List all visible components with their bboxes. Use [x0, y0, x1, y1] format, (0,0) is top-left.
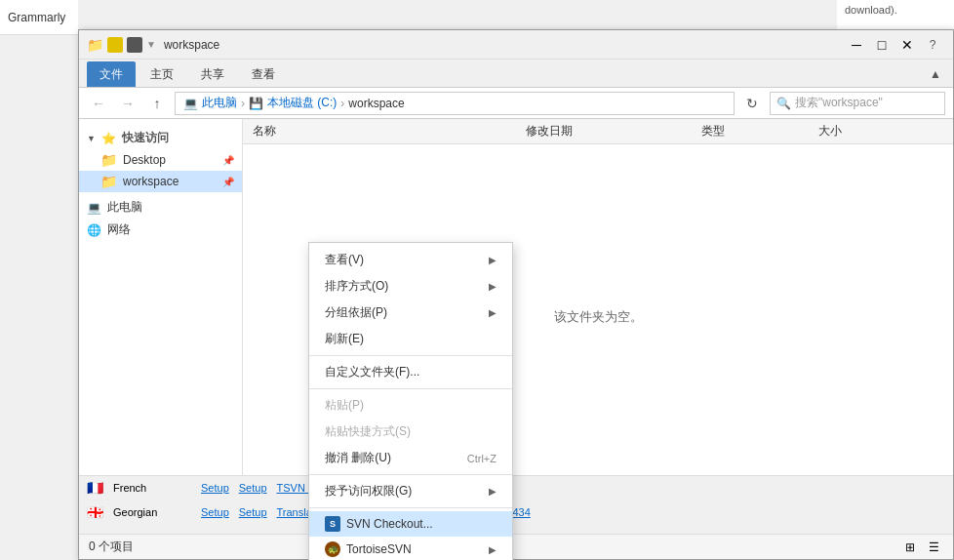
up-button[interactable]: ↑: [145, 92, 169, 115]
path-disk: 本地磁盘 (C:): [267, 95, 337, 111]
workspace-folder-icon: 📁: [100, 174, 117, 189]
col-header-size[interactable]: 大小: [818, 123, 943, 140]
language-french: French: [113, 482, 191, 494]
help-button[interactable]: ?: [920, 32, 945, 58]
main-area: ▼ ⭐ 快速访问 📁 Desktop 📌 📁 workspace 📌: [79, 119, 953, 490]
ribbon: 文件 主页 共享 查看 ▲: [79, 60, 953, 88]
desktop-folder-icon: 📁: [100, 152, 117, 168]
sidebar-quick-access: ▼ ⭐ 快速访问: [79, 127, 242, 149]
setup-2-georgian[interactable]: Setup: [239, 506, 267, 518]
window-controls: ─ □ ✕ ?: [844, 32, 945, 58]
menu-item-tortoisesvn[interactable]: 🐢 TortoiseSVN ▶: [309, 537, 512, 560]
col-header-type[interactable]: 类型: [701, 123, 818, 140]
sidebar-item-desktop[interactable]: 📁 Desktop 📌: [79, 149, 242, 171]
context-menu: 查看(V) ▶ 排序方式(O) ▶ 分组依据(P) ▶ 刷新(E) 自定义文件夹…: [308, 242, 513, 560]
window-title: workspace: [164, 38, 844, 52]
separator-1: [309, 355, 512, 356]
path-computer: 此电脑: [202, 95, 237, 111]
sidebar-item-network[interactable]: 🌐 网络: [79, 219, 242, 241]
nav-icon: [127, 37, 142, 53]
menu-item-refresh[interactable]: 刷新(E): [309, 326, 512, 352]
sidebar: ▼ ⭐ 快速访问 📁 Desktop 📌 📁 workspace 📌: [79, 119, 243, 490]
window-folder-icon: 📁: [87, 37, 103, 53]
back-button[interactable]: ←: [87, 92, 110, 115]
column-headers: 名称 修改日期 类型 大小: [243, 119, 953, 144]
tab-view[interactable]: 查看: [239, 61, 288, 87]
language-georgian: Georgian: [113, 506, 191, 518]
address-path[interactable]: 💻 此电脑 › 💾 本地磁盘 (C:) › workspace: [175, 92, 735, 115]
view-controls: ⊞ ☰: [900, 538, 943, 557]
list-view-button[interactable]: ☰: [924, 538, 943, 557]
sidebar-section-quick: ▼ ⭐ 快速访问 📁 Desktop 📌 📁 workspace 📌: [79, 127, 242, 192]
menu-item-svn-checkout[interactable]: S SVN Checkout...: [309, 511, 512, 537]
setup-2-french[interactable]: Setup: [239, 482, 267, 494]
flag-french: 🇫🇷: [87, 480, 103, 496]
arrow-icon: ▶: [489, 307, 497, 318]
network-icon: 🌐: [87, 223, 101, 237]
forward-button[interactable]: →: [116, 92, 139, 115]
menu-item-sort[interactable]: 排序方式(O) ▶: [309, 273, 512, 300]
col-header-name[interactable]: 名称: [253, 123, 526, 140]
refresh-button[interactable]: ↻: [740, 92, 764, 115]
ribbon-toggle[interactable]: ▲: [930, 67, 945, 81]
arrow-icon: ▶: [489, 281, 497, 292]
title-bar: 📁 ▼ workspace ─ □ ✕ ?: [79, 30, 953, 60]
menu-item-paste-shortcut: 粘贴快捷方式(S): [309, 419, 512, 445]
quick-access-icon: ⭐: [101, 132, 116, 145]
maximize-button[interactable]: □: [869, 32, 894, 58]
shortcut-label: Ctrl+Z: [467, 453, 497, 464]
quick-access-arrow: ▼: [87, 134, 96, 143]
pin-icon: 📌: [222, 155, 234, 166]
taskbar-row-georgian: 🇬🇪 Georgian Setup Setup Translate to Geo…: [79, 500, 953, 525]
close-button[interactable]: ✕: [894, 32, 920, 58]
taskbar-area: 🇫🇷 French Setup Setup TSVN 📋 TMerge 📋 🇬🇪…: [79, 475, 953, 534]
pin-icon: 📌: [222, 177, 234, 187]
minimize-button[interactable]: ─: [844, 32, 869, 58]
svn-icon: S: [325, 516, 340, 532]
path-disk-icon: 💾: [249, 97, 263, 110]
search-box[interactable]: 🔍 搜索"workspace": [770, 92, 945, 115]
more-icon: ▼: [146, 39, 156, 50]
menu-item-group[interactable]: 分组依据(P) ▶: [309, 300, 512, 326]
menu-item-view[interactable]: 查看(V) ▶: [309, 247, 512, 273]
pin-icon: [107, 37, 123, 53]
menu-item-undo[interactable]: 撤消 删除(U) Ctrl+Z: [309, 445, 512, 471]
menu-item-customize[interactable]: 自定义文件夹(F)...: [309, 359, 512, 385]
breadcrumb-separator-2: ›: [340, 97, 344, 110]
setup-1-georgian[interactable]: Setup: [201, 506, 229, 518]
item-count: 0 个项目: [89, 539, 134, 555]
flag-georgian: 🇬🇪: [87, 504, 103, 520]
bg-grammarly-title: Grammarly: [0, 0, 78, 35]
sidebar-section-computer: 💻 此电脑 🌐 网络: [79, 196, 242, 241]
menu-item-paste: 粘贴(P): [309, 392, 512, 419]
taskbar-row-french: 🇫🇷 French Setup Setup TSVN 📋 TMerge 📋: [79, 476, 953, 500]
thispc-icon: 💻: [87, 201, 101, 215]
arrow-icon: ▶: [489, 544, 497, 555]
tab-home[interactable]: 主页: [138, 61, 186, 87]
tab-file[interactable]: 文件: [87, 61, 136, 87]
status-bar: 0 个项目 ⊞ ☰: [79, 534, 953, 559]
menu-item-access[interactable]: 授予访问权限(G) ▶: [309, 478, 512, 504]
address-bar: ← → ↑ 💻 此电脑 › 💾 本地磁盘 (C:) › workspace ↻ …: [79, 88, 953, 119]
setup-1-french[interactable]: Setup: [201, 482, 229, 494]
breadcrumb-separator-1: ›: [241, 97, 245, 110]
path-computer-icon: 💻: [183, 97, 198, 110]
search-icon: 🔍: [776, 97, 791, 110]
col-header-date[interactable]: 修改日期: [526, 123, 701, 140]
ribbon-tabs: 文件 主页 共享 查看 ▲: [79, 60, 953, 87]
path-workspace: workspace: [348, 97, 404, 110]
tortoise-icon: 🐢: [325, 541, 340, 557]
arrow-icon: ▶: [489, 255, 497, 265]
separator-3: [309, 474, 512, 475]
sidebar-item-workspace[interactable]: 📁 workspace 📌: [79, 171, 242, 192]
sidebar-item-thispc[interactable]: 💻 此电脑: [79, 196, 242, 219]
arrow-icon: ▶: [489, 486, 497, 497]
separator-2: [309, 388, 512, 389]
grid-view-button[interactable]: ⊞: [900, 538, 920, 557]
separator-4: [309, 507, 512, 508]
tab-share[interactable]: 共享: [188, 61, 237, 87]
